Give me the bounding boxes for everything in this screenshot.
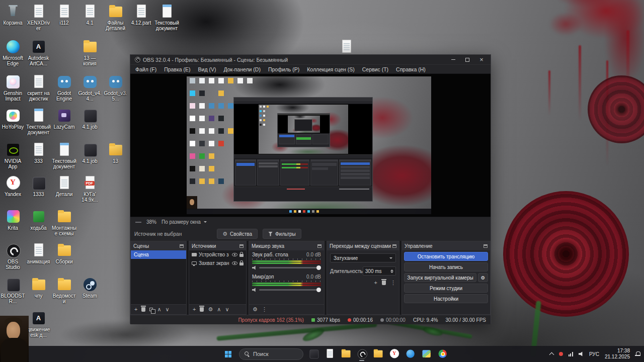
- desktop-icon[interactable]: Krita: [1, 209, 25, 231]
- transition-select[interactable]: Затухание: [330, 253, 396, 262]
- source-properties-button[interactable]: ⚙: [208, 307, 213, 312]
- volume-slider[interactable]: [259, 267, 321, 268]
- desktop-icon[interactable]: Корзина: [1, 4, 25, 26]
- desktop-icon[interactable]: Текстовый документ (3): [154, 4, 179, 32]
- scene-down-button[interactable]: ∨: [166, 307, 170, 312]
- start-button[interactable]: [219, 347, 236, 361]
- source-down-button[interactable]: ∨: [225, 307, 229, 312]
- desktop-icon[interactable]: 4.1.job: [77, 108, 102, 130]
- desktop-icon[interactable]: Текстовый документ: [26, 108, 51, 135]
- desktop-icon[interactable]: движение esk д...: [26, 311, 51, 338]
- spin-down-icon[interactable]: [390, 272, 393, 275]
- desktop-icon[interactable]: КУГа' 14.9х...: [77, 175, 102, 203]
- add-scene-button[interactable]: +: [134, 307, 137, 312]
- zoom-level[interactable]: 38%: [146, 219, 156, 225]
- settings-button[interactable]: Настройки: [404, 294, 488, 303]
- slider-knob[interactable]: [316, 288, 321, 292]
- desktop-icon[interactable]: 4.12.part: [129, 4, 153, 26]
- taskbar-app-photos[interactable]: [419, 346, 434, 361]
- scene-up-button[interactable]: ∧: [157, 307, 161, 312]
- taskbar-app-yandex-browser[interactable]: [386, 346, 401, 361]
- studio-mode-button[interactable]: Режим студии: [404, 284, 488, 293]
- lock-icon[interactable]: [239, 254, 244, 257]
- menu-scene-collection[interactable]: Коллекция сцен (S): [303, 65, 358, 73]
- desktop-icon[interactable]: [334, 39, 359, 55]
- add-source-button[interactable]: +: [193, 307, 196, 312]
- desktop-icon[interactable]: 1333: [26, 175, 51, 197]
- desktop-icon[interactable]: Microsoft Edge: [1, 39, 25, 66]
- desktop-icon[interactable]: скрипт на джостик: [26, 74, 51, 102]
- desktop-icon[interactable]: LazyCam: [52, 108, 76, 130]
- taskbar-app-browser[interactable]: [435, 346, 450, 361]
- stop-streaming-button[interactable]: Остановить трансляцию: [404, 252, 488, 261]
- visibility-icon[interactable]: [232, 261, 237, 265]
- dock-options-icon[interactable]: [484, 244, 488, 248]
- slider-knob[interactable]: [316, 265, 321, 270]
- desktop-icon[interactable]: Файлы Деталей ЧПУ: [103, 4, 128, 32]
- mixer-menu-button[interactable]: ⋮: [262, 307, 267, 312]
- menu-view[interactable]: Вид (V): [195, 65, 220, 73]
- menu-tools[interactable]: Сервис (T): [359, 65, 392, 73]
- desktop-icon[interactable]: Сборки: [52, 243, 76, 264]
- taskbar-clock[interactable]: 17:38 21.12.2025: [605, 348, 630, 360]
- speaker-icon[interactable]: [252, 265, 257, 270]
- taskbar-search[interactable]: Поиск: [239, 348, 303, 360]
- remove-source-button[interactable]: [200, 307, 204, 312]
- hidden-icons-chevron-icon[interactable]: [549, 352, 554, 357]
- volume-icon[interactable]: [579, 351, 584, 356]
- virtual-camera-button[interactable]: Запуск виртуальной камеры: [404, 273, 476, 282]
- scene-filters-button[interactable]: [149, 308, 153, 311]
- close-button[interactable]: ×: [474, 55, 489, 64]
- desktop-icon[interactable]: Монтажные схемы: [52, 209, 76, 236]
- menu-file[interactable]: Файл (F): [132, 65, 160, 73]
- source-item[interactable]: Устройство з: [189, 250, 246, 259]
- start-recording-button[interactable]: Начать запись: [404, 262, 488, 272]
- minimize-button[interactable]: [446, 55, 460, 64]
- desktop-icon[interactable]: Детали: [52, 175, 76, 197]
- remove-transition-button[interactable]: [382, 281, 386, 285]
- maximize-button[interactable]: [460, 55, 474, 64]
- taskbar-app-messenger[interactable]: [403, 346, 418, 361]
- resize-grip-icon[interactable]: [135, 222, 141, 223]
- menu-profile[interactable]: Профиль (P): [265, 65, 303, 73]
- menu-help[interactable]: Справка (H): [392, 65, 429, 73]
- desktop-icon[interactable]: ходьба: [26, 209, 51, 231]
- desktop-icon[interactable]: 333: [26, 142, 51, 164]
- desktop-icon[interactable]: 13: [103, 142, 128, 164]
- menu-edit[interactable]: Правка (E): [160, 65, 194, 73]
- source-up-button[interactable]: ∧: [217, 307, 221, 312]
- desktop-icon[interactable]: Autodesk ArtCA...: [26, 39, 51, 66]
- desktop-icon[interactable]: BLOODSTR...: [1, 277, 25, 304]
- transition-duration-input[interactable]: 300 ms: [363, 266, 396, 276]
- taskbar-app-obs[interactable]: [354, 346, 369, 361]
- desktop-icon[interactable]: анимация: [26, 243, 51, 264]
- speaker-icon[interactable]: [252, 288, 257, 292]
- taskbar-app-explorer[interactable]: [338, 346, 353, 361]
- desktop-icon[interactable]: Godot_v3.5...: [103, 74, 128, 102]
- transition-properties-button[interactable]: ⋮: [390, 280, 396, 286]
- spin-up-icon[interactable]: [390, 268, 393, 271]
- desktop-icon[interactable]: Ведомости: [52, 277, 76, 304]
- desktop-icon[interactable]: Steam: [77, 277, 102, 299]
- virtual-camera-settings-button[interactable]: ⚙: [478, 273, 488, 282]
- language-indicator[interactable]: РУС: [589, 351, 599, 357]
- network-icon[interactable]: [569, 352, 573, 356]
- desktop-icon[interactable]: Godot Engine: [52, 74, 76, 102]
- desktop-icon[interactable]: OBS Studio: [1, 243, 25, 270]
- properties-button[interactable]: ⚙ Свойства: [217, 229, 258, 239]
- obs-tray-icon[interactable]: [559, 352, 563, 356]
- mixer-options-button[interactable]: ⚙: [253, 307, 258, 312]
- desktop-icon[interactable]: XENXDriver: [26, 4, 51, 31]
- dock-options-icon[interactable]: [317, 244, 321, 248]
- lock-icon[interactable]: [239, 262, 244, 265]
- source-item[interactable]: Захват экран: [189, 259, 246, 267]
- desktop-icon[interactable]: Godot_v4.4...: [77, 74, 102, 102]
- desktop-icon[interactable]: Текстовый документ (2): [52, 142, 76, 170]
- dock-options-icon[interactable]: [180, 244, 184, 248]
- dock-options-icon[interactable]: [392, 244, 396, 248]
- taskbar-app-window[interactable]: [306, 346, 321, 361]
- taskbar-app-folder[interactable]: [370, 346, 385, 361]
- preview-scale-select[interactable]: По размеру окна: [162, 219, 207, 225]
- desktop-icon[interactable]: i112: [52, 4, 76, 26]
- desktop-icon[interactable]: HoYoPlay: [1, 108, 25, 130]
